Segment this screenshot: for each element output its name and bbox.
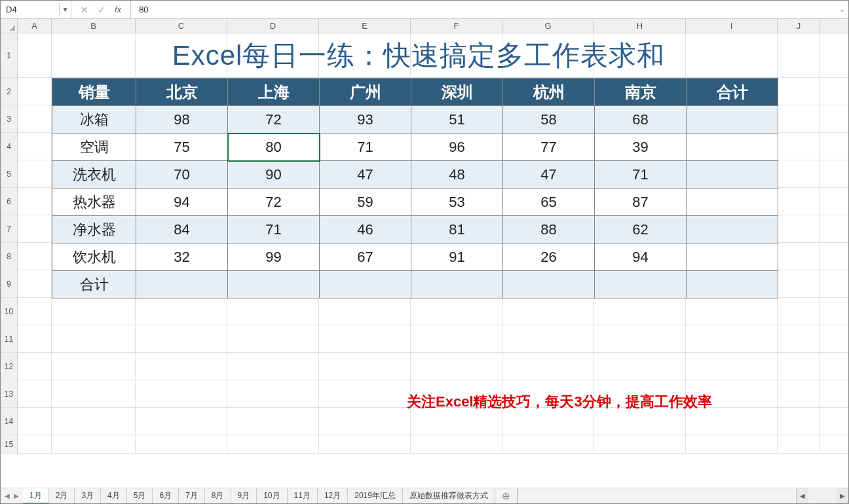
row-header[interactable]: 5 [1,160,18,187]
cell[interactable] [778,78,820,105]
row-label-cell[interactable]: 洗衣机 [52,161,136,189]
confirm-icon[interactable]: ✓ [98,5,105,15]
cell[interactable] [18,160,52,187]
data-cell[interactable] [503,271,595,298]
data-cell[interactable]: 72 [228,106,320,134]
data-cell[interactable] [320,271,411,298]
sheet-tab[interactable]: 9月 [231,488,257,503]
data-cell[interactable] [687,189,778,216]
cell[interactable] [778,435,820,453]
cell[interactable] [52,298,136,325]
row-label-cell[interactable]: 热水器 [52,189,136,216]
table-header-cell[interactable]: 广州 [320,79,411,106]
col-header[interactable]: G [502,19,594,33]
data-cell[interactable]: 62 [595,216,687,243]
data-cell[interactable]: 72 [228,189,320,216]
cell[interactable] [686,325,778,352]
sheet-tab[interactable]: 10月 [257,488,287,503]
row-header[interactable]: 7 [1,215,18,242]
data-cell[interactable] [687,271,778,298]
cell[interactable] [411,353,502,380]
data-cell[interactable] [687,106,778,134]
data-cell[interactable] [687,161,778,189]
row-label-cell[interactable]: 饮水机 [52,243,136,271]
name-box[interactable]: D4 [1,3,60,16]
data-cell[interactable]: 71 [595,161,687,189]
cell[interactable] [227,380,319,407]
cell[interactable] [52,408,136,435]
cell[interactable] [594,325,686,352]
cell[interactable] [502,435,594,453]
cell[interactable] [411,325,502,352]
sheet-tab[interactable]: 2月 [49,488,75,503]
data-cell[interactable]: 32 [136,243,228,271]
data-cell[interactable]: 47 [503,161,595,189]
cell[interactable] [502,408,594,435]
cell[interactable] [778,325,820,352]
row-label-cell[interactable]: 合计 [52,271,136,298]
cell[interactable] [18,105,52,132]
cell[interactable] [594,298,686,325]
sheet-tab[interactable]: 11月 [288,488,318,503]
cell[interactable] [18,33,52,77]
col-header[interactable]: C [136,19,227,33]
cell[interactable] [319,325,411,352]
cell[interactable] [319,380,411,407]
cell[interactable] [136,408,227,435]
sheet-tab[interactable]: 12月 [318,488,348,503]
row-label-cell[interactable]: 空调 [52,134,136,161]
data-cell[interactable] [136,271,228,298]
data-cell[interactable]: 90 [228,161,320,189]
col-header[interactable]: B [52,19,136,33]
data-cell[interactable]: 58 [503,106,595,134]
cell[interactable] [778,408,820,435]
fx-icon[interactable]: fx [115,5,121,14]
data-cell[interactable] [687,216,778,243]
formula-bar-expand[interactable]: ⌄ [835,5,848,14]
cell[interactable] [778,188,820,215]
data-cell[interactable]: 77 [503,134,595,161]
data-cell[interactable] [595,271,687,298]
row-header[interactable]: 1 [1,33,18,77]
cell[interactable] [502,298,594,325]
cell[interactable] [778,243,820,270]
row-header[interactable]: 10 [1,298,18,325]
cell[interactable] [319,408,411,435]
col-header[interactable]: J [778,19,820,33]
cell[interactable] [778,298,820,325]
cell[interactable] [18,270,52,297]
select-all-corner[interactable] [1,19,18,33]
table-header-cell[interactable]: 深圳 [411,79,503,106]
cell[interactable] [18,325,52,352]
cell[interactable] [18,353,52,380]
col-header[interactable]: H [594,19,686,33]
table-header-cell[interactable]: 南京 [595,79,687,106]
row-header[interactable]: 13 [1,380,18,407]
cell[interactable] [686,408,778,435]
cell[interactable] [686,435,778,453]
scroll-left-icon[interactable]: ◀ [797,488,808,503]
cell[interactable] [411,298,502,325]
data-cell[interactable] [687,243,778,271]
cell[interactable] [594,408,686,435]
cell[interactable] [18,215,52,242]
sheet-tab[interactable]: 7月 [179,488,205,503]
cell[interactable] [778,353,820,380]
row-header[interactable]: 11 [1,325,18,352]
data-cell[interactable]: 81 [411,216,503,243]
sheet-tab[interactable]: 3月 [75,488,101,503]
cell[interactable] [686,298,778,325]
cell[interactable] [594,435,686,453]
cell[interactable] [778,105,820,132]
cell[interactable] [227,298,319,325]
table-header-cell[interactable]: 杭州 [503,79,595,106]
cell[interactable] [18,408,52,435]
table-header-cell[interactable]: 上海 [228,79,320,106]
data-cell[interactable]: 80 [228,134,320,161]
cell[interactable] [778,160,820,187]
data-cell[interactable]: 68 [595,106,687,134]
col-header[interactable]: D [227,19,319,33]
cell[interactable] [778,270,820,297]
col-header[interactable]: F [411,19,502,33]
row-label-cell[interactable]: 冰箱 [52,106,136,134]
